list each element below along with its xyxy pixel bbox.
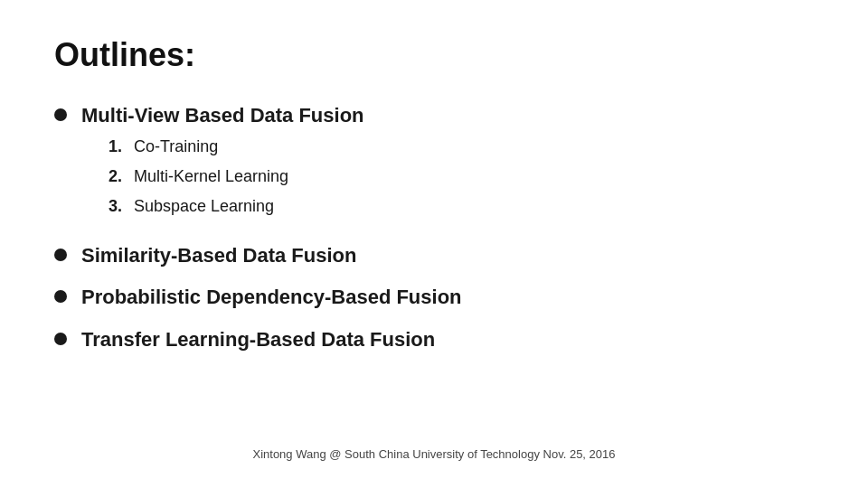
sub-number-1-2: 2.	[108, 166, 134, 187]
bullet-text-3: Probabilistic Dependency-Based Fusion	[81, 285, 462, 311]
bullet-dot-2	[54, 249, 67, 261]
sub-list-1: 1. Co-Training 2. Multi-Kernel Learning …	[108, 136, 364, 218]
sub-text-1-3: Subspace Learning	[134, 196, 274, 217]
sub-text-1-1: Co-Training	[134, 136, 218, 157]
bullet-text-4: Transfer Learning-Based Data Fusion	[81, 327, 435, 353]
bullet-dot-4	[54, 333, 67, 345]
sub-number-1-3: 3.	[108, 196, 134, 217]
sub-text-1-2: Multi-Kernel Learning	[134, 166, 288, 187]
sub-item-1-3: 3. Subspace Learning	[108, 196, 364, 217]
slide-container: Outlines: Multi-View Based Data Fusion 1…	[0, 0, 868, 488]
bullet-item-1: Multi-View Based Data Fusion 1. Co-Train…	[54, 103, 814, 227]
bullet-item-2: Similarity-Based Data Fusion	[54, 243, 814, 269]
bullet-text-1: Multi-View Based Data Fusion	[81, 104, 364, 127]
sub-item-1-1: 1. Co-Training	[108, 136, 364, 157]
bullet-item-4: Transfer Learning-Based Data Fusion	[54, 327, 814, 353]
bullet-dot-1	[54, 108, 67, 121]
bullet-dot-3	[54, 290, 67, 303]
bullet-text-2: Similarity-Based Data Fusion	[81, 243, 356, 269]
sub-number-1-1: 1.	[108, 136, 134, 157]
bullet-list: Multi-View Based Data Fusion 1. Co-Train…	[54, 103, 814, 353]
sub-item-1-2: 2. Multi-Kernel Learning	[108, 166, 364, 187]
footer-text: Xintong Wang @ South China University of…	[0, 447, 868, 461]
slide-title: Outlines:	[54, 36, 814, 74]
bullet-item-3: Probabilistic Dependency-Based Fusion	[54, 285, 814, 311]
